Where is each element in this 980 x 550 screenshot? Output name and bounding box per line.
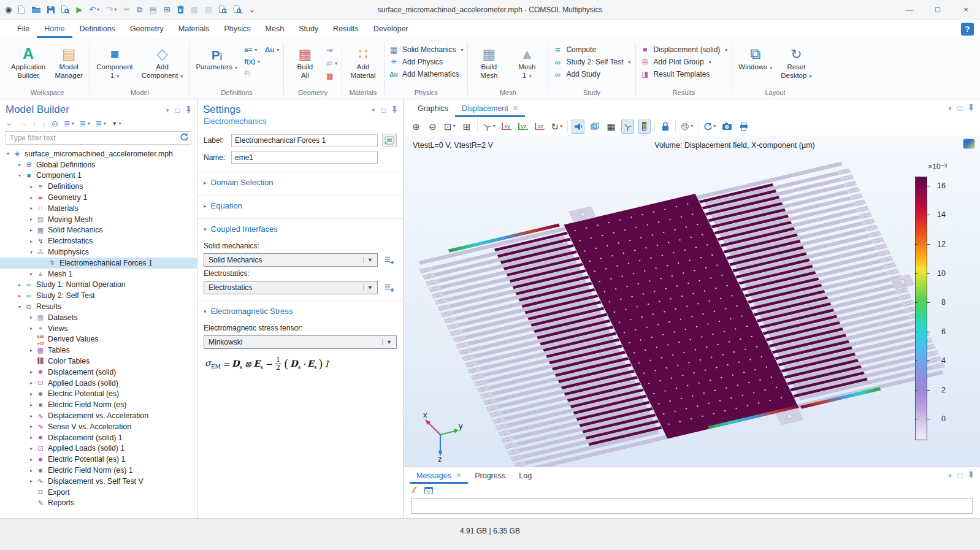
chevron-right-icon[interactable]: ▸ (27, 402, 36, 408)
close-icon[interactable]: ✕ (456, 472, 461, 479)
tree-item[interactable]: ▸■Electric Potential (es) 1 (0, 454, 197, 465)
redo-icon[interactable]: ↷▾ (106, 6, 117, 13)
chevron-right-icon[interactable]: ▸ (27, 369, 36, 375)
add-interface-button[interactable] (382, 281, 397, 294)
go-back-icon[interactable]: ← (6, 120, 13, 128)
study-select[interactable]: ∞Study 2: Self Test▾ (553, 58, 630, 66)
open-message-window-icon[interactable] (424, 487, 433, 494)
tree-item[interactable]: ▸∿Sense V vs. Acceleration (0, 421, 197, 432)
parameters-button[interactable]: PᵢParameters ▾ (194, 41, 239, 72)
expand-list-icon[interactable]: ≣▾ (64, 120, 74, 128)
menu-tab-home[interactable]: Home (37, 20, 72, 38)
messages-tab-messages[interactable]: Messages✕ (410, 467, 468, 484)
add-study-button[interactable]: ∞Add Study (553, 70, 630, 78)
zoom-in-icon[interactable]: ⊕ (410, 120, 423, 134)
menu-tab-file[interactable]: File (10, 20, 37, 38)
section-equation[interactable]: ▸ Equation (197, 195, 403, 216)
xy-view-icon[interactable]: xy (500, 120, 513, 134)
plot-area[interactable]: VtestL=0 V, VtestR=2 V Volume: Displacem… (404, 136, 980, 467)
tree-item[interactable]: ▸⌖Views (0, 323, 197, 334)
tree-item[interactable]: ▸■Electric Potential (es) (0, 389, 197, 400)
result-templates-button[interactable]: ◨Result Templates (640, 70, 728, 78)
close-button[interactable]: × (952, 0, 980, 19)
tree-item[interactable]: ▾■Component 1 (0, 170, 197, 181)
panel-menu-icon[interactable]: ▾ (949, 105, 952, 112)
tree-item[interactable]: ▾◈surface_micromachined_accelerometer.mp… (0, 148, 197, 159)
cut-icon[interactable]: ✂ (123, 6, 130, 13)
add-mathematics-button[interactable]: ΔuAdd Mathematics (389, 70, 463, 78)
color-legend-icon[interactable] (638, 120, 651, 134)
chevron-right-icon[interactable]: ▸ (27, 413, 36, 419)
undo-icon[interactable]: ↶▾ (89, 6, 99, 13)
section-electromagnetic-stress[interactable]: ▾ Electromagnetic Stress (197, 300, 403, 321)
panel-float-icon[interactable]: ▢ (175, 107, 180, 113)
chevron-right-icon[interactable]: ▸ (27, 239, 36, 244)
node-options-icon[interactable]: ≣▾ (96, 120, 106, 128)
tree-item[interactable]: ▸≡Definitions (0, 181, 197, 192)
tree-item[interactable]: Color Tables (0, 356, 197, 367)
tree-item[interactable]: ▸⊕Global Definitions (0, 159, 197, 170)
tree-item[interactable]: ▾⧉Results (0, 301, 197, 312)
minimize-button[interactable]: — (895, 0, 924, 19)
windows-button[interactable]: ⧉Windows ▾ (737, 41, 774, 72)
messages-tab-progress[interactable]: Progress (468, 467, 512, 484)
chevron-right-icon[interactable]: ▸ (27, 457, 36, 462)
scene-light-icon[interactable] (572, 120, 584, 134)
electrostatics-select[interactable]: Electrostatics ▼ (204, 281, 378, 294)
chevron-down-icon[interactable]: ▾ (15, 304, 24, 310)
tree-item[interactable]: ▸▨Moving Mesh (0, 214, 197, 225)
panel-menu-icon[interactable]: ▾ (949, 472, 952, 479)
tree-item[interactable]: ⧉Export (0, 487, 197, 498)
view-lock-icon[interactable] (659, 120, 672, 134)
paste-icon[interactable]: ▤ (149, 6, 156, 13)
chevron-right-icon[interactable]: ▸ (27, 184, 36, 189)
model-manager-button[interactable]: ▤Model Manager (52, 41, 85, 81)
nonlocal-couplings-button[interactable]: Δu▾ (265, 46, 279, 53)
messages-tab-log[interactable]: Log (512, 467, 538, 484)
build-all-button[interactable]: ▦Build All (288, 41, 321, 81)
default-view-icon[interactable]: ▾ (481, 120, 497, 134)
save-preview-icon[interactable] (61, 6, 69, 13)
compute-button[interactable]: =Compute (553, 45, 630, 54)
panel-pin-icon[interactable] (968, 471, 974, 480)
tree-item[interactable]: ✎Reports (0, 498, 197, 509)
chevron-right-icon[interactable]: ▸ (27, 424, 36, 429)
rotate-icon[interactable]: ↻▾ (550, 120, 564, 134)
open-file-icon[interactable] (32, 6, 40, 13)
save-icon[interactable] (47, 6, 55, 13)
chevron-right-icon[interactable]: ▸ (27, 195, 36, 201)
tree-item[interactable]: ▸↯Electrostatics (0, 235, 197, 246)
section-coupled-interfaces[interactable]: ▾ Coupled Interfaces (197, 218, 403, 239)
functions-button[interactable]: f(x)▾ (244, 58, 260, 65)
chevron-right-icon[interactable]: ▸ (27, 227, 36, 233)
update-icon[interactable]: ▾ (702, 120, 717, 134)
panel-menu-icon[interactable]: ▾ (372, 107, 375, 113)
tree-item[interactable]: ▸■Displacement (solid) 1 (0, 432, 197, 443)
label-input[interactable] (231, 134, 378, 147)
snapshot-icon[interactable] (721, 120, 733, 134)
move-up-icon[interactable]: ↑ (33, 120, 37, 128)
find-icon[interactable] (219, 6, 227, 13)
menu-tab-materials[interactable]: Materials (171, 20, 217, 38)
add-interface-button[interactable] (382, 253, 397, 267)
add-plot-group-button[interactable]: ⊞Add Plot Group▾ (640, 58, 728, 66)
tree-item[interactable]: ▸⊡Applied Loads (solid) (0, 378, 197, 389)
comsol-logo-icon[interactable]: ◉ (5, 6, 12, 13)
tree-item[interactable]: ▸▲Mesh 1 (0, 269, 197, 280)
panel-float-icon[interactable]: ▢ (381, 107, 386, 113)
add-physics-button[interactable]: ✳Add Physics (389, 58, 463, 66)
graphics-tab-displacement[interactable]: Displacement✕ (455, 99, 525, 117)
qat-more-icon[interactable]: ⌄ (248, 6, 255, 13)
filter-input[interactable] (6, 134, 180, 142)
add-component-button[interactable]: ◇Add Component ▾ (140, 41, 185, 81)
deselect-support-icon[interactable]: ▨ (205, 6, 212, 13)
close-icon[interactable]: ✕ (513, 104, 518, 112)
physics-interface-select[interactable]: ▦Solid Mechanics▾ (389, 45, 463, 54)
duplicate-icon[interactable]: ⊞ (164, 6, 170, 13)
add-material-button[interactable]: ∷Add Material (346, 41, 380, 81)
chevron-right-icon[interactable]: ▸ (27, 315, 36, 320)
accelerometer-3d-model[interactable] (404, 136, 980, 467)
component-1-button[interactable]: ■Component 1 ▾ (94, 41, 134, 81)
insert-sequence-button[interactable]: ⇄▾ (326, 59, 337, 67)
work-plane-button[interactable]: ▥ (326, 72, 337, 80)
